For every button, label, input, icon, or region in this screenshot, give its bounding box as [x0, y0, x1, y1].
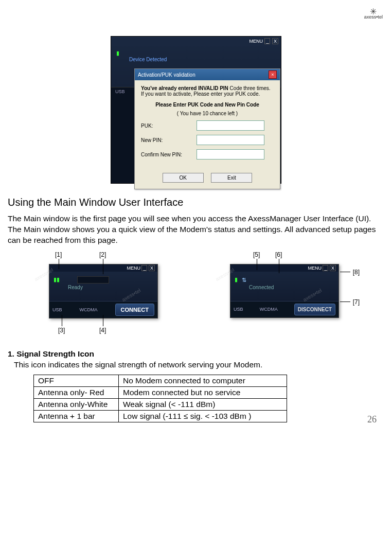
menu-label[interactable]: MENU	[127, 265, 140, 271]
menu-label[interactable]: MENU	[308, 265, 322, 271]
puk-label: PUK:	[141, 123, 197, 129]
puk-input[interactable]	[197, 120, 264, 131]
signal-state: Antenna only-White	[34, 398, 119, 410]
close-icon[interactable]: X	[149, 265, 155, 271]
disconnect-button[interactable]: DISCONNECT	[294, 304, 335, 315]
main-window-ready: [1] [2] [3] [4] MENU _ X ▮▮ Ready USB WC…	[28, 251, 179, 334]
callout-4: [4]	[99, 327, 106, 334]
minimize-icon[interactable]: _	[141, 265, 147, 271]
dialog-close-icon[interactable]: ×	[269, 70, 277, 79]
signal-icon: ▮	[235, 276, 238, 283]
subsection-title: 1. Signal Strength Icon	[8, 349, 384, 359]
dialog-title-text: Activation/PUK validation	[138, 72, 195, 78]
callout-2: [2]	[99, 251, 106, 258]
signal-icon: ▮▮	[54, 276, 60, 283]
signal-desc: Low signal (-111 ≤ sig. < -103 dBm )	[119, 410, 287, 422]
footer-usb: USB	[52, 307, 62, 312]
main-window-connected: [5] [6] [8] [7] MENU _ X ▮ ⇅ Connected U…	[209, 251, 360, 334]
table-row: Antenna only- Red Modem connected but no…	[34, 386, 287, 398]
mini-titlebar: MENU _ X	[49, 264, 157, 272]
footer-mode: WCDMA	[80, 307, 98, 312]
warning-bold: You've already entered INVALID PIN	[141, 85, 228, 91]
puk-dialog-screenshot: MENU _ X ▮ Device Detected USB Activatio…	[111, 36, 281, 184]
signal-state: Antenna + 1 bar	[34, 410, 119, 422]
signal-desc: Weak signal (< -111 dBm)	[119, 398, 287, 410]
close-icon[interactable]: X	[330, 265, 336, 271]
callout-6: [6]	[275, 251, 282, 258]
new-pin-input[interactable]	[197, 135, 264, 145]
minimize-icon[interactable]: _	[264, 38, 270, 44]
logo-star-icon: ✳	[364, 9, 383, 14]
minimize-icon[interactable]: _	[323, 265, 328, 271]
callout-3: [3]	[58, 327, 65, 334]
brand-logo: ✳ axess•tel	[364, 9, 383, 20]
device-status: Device Detected	[129, 57, 276, 62]
display-box	[77, 276, 109, 284]
signal-desc: Modem connected but no service	[119, 386, 287, 398]
callout-5: [5]	[253, 251, 260, 258]
signal-strength-table: OFF No Modem connected to computer Anten…	[33, 375, 287, 422]
page-number: 26	[367, 414, 377, 425]
callout-7: [7]	[353, 298, 360, 306]
status-connected: Connected	[249, 285, 334, 290]
dialog-titlebar: Activation/PUK validation ×	[135, 69, 280, 80]
new-pin-label: New PIN:	[141, 137, 197, 143]
footer-usb: USB	[115, 89, 125, 94]
signal-state: Antenna only- Red	[34, 386, 119, 398]
callout-1: [1]	[55, 251, 62, 258]
confirm-pin-input[interactable]	[197, 149, 264, 160]
footer-usb: USB	[234, 307, 243, 312]
brand-name: axess•tel	[364, 14, 383, 20]
section-body: The Main window is the first page you wi…	[8, 214, 384, 246]
dialog-chances: ( You have 10 chance left )	[141, 111, 274, 116]
mini-titlebar: MENU _ X	[230, 264, 338, 272]
table-row: Antenna + 1 bar Low signal (-111 ≤ sig. …	[34, 410, 287, 422]
signal-desc: No Modem connected to computer	[119, 375, 287, 386]
subsection-body: This icon indicates the signal strength …	[14, 360, 384, 369]
close-icon[interactable]: X	[272, 38, 278, 44]
confirm-pin-label: Confirm New PIN:	[141, 152, 197, 157]
puk-dialog: Activation/PUK validation × You've alrea…	[134, 68, 280, 189]
table-row: OFF No Modem connected to computer	[34, 375, 287, 386]
footer-mode: WCDMA	[260, 307, 278, 312]
table-row: Antenna only-White Weak signal (< -111 d…	[34, 398, 287, 410]
menu-label[interactable]: MENU	[249, 39, 263, 44]
connect-button[interactable]: CONNECT	[115, 304, 154, 316]
signal-icon: ▮	[116, 50, 119, 57]
network-icon: ⇅	[242, 277, 246, 283]
callout-8: [8]	[353, 269, 360, 276]
dialog-instruction: Please Enter PUK Code and New Pin Code	[141, 102, 274, 108]
status-ready: Ready	[68, 285, 153, 290]
app-titlebar: MENU _ X	[111, 37, 281, 46]
ok-button[interactable]: OK	[163, 173, 204, 183]
exit-button[interactable]: Exit	[211, 173, 252, 183]
signal-state: OFF	[34, 375, 119, 386]
section-heading: Using the Main Window User Interface	[8, 197, 384, 208]
